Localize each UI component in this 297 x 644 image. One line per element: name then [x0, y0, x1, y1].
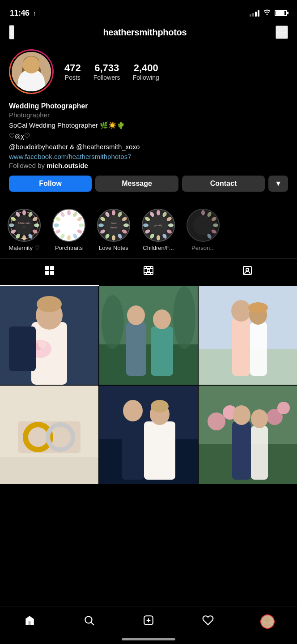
svg-point-21: [9, 223, 14, 227]
photo-grid: [0, 286, 297, 484]
svg-rect-101: [9, 326, 36, 371]
photo-cell-3[interactable]: [199, 286, 297, 385]
svg-point-28: [67, 210, 71, 215]
highlight-circle-children: family: [142, 209, 175, 242]
nav-profile[interactable]: [258, 612, 277, 631]
svg-rect-84: [144, 266, 153, 275]
back-button[interactable]: ‹: [9, 25, 14, 39]
svg-point-6: [34, 64, 41, 81]
contact-button[interactable]: Contact: [182, 176, 265, 192]
bio-line2: ♡◎χ♡: [9, 131, 288, 141]
photo-cell-2[interactable]: [99, 286, 198, 385]
svg-rect-137: [251, 426, 268, 480]
posts-label: Posts: [65, 74, 81, 81]
profile-username: heathersmithphotos: [103, 27, 187, 38]
follow-button[interactable]: Follow: [9, 176, 92, 192]
svg-point-85: [147, 269, 150, 272]
photo-cell-4[interactable]: [0, 386, 98, 484]
svg-point-107: [153, 309, 171, 329]
svg-rect-126: [144, 421, 175, 480]
svg-point-37: [54, 223, 59, 227]
bio-line1: SoCal Wedding Photographer 🌿☀️🌵: [9, 120, 288, 130]
highlight-lovenotes[interactable]: Love Notes Love Notes: [96, 209, 132, 251]
profile-avatar-nav: [260, 614, 275, 629]
svg-point-128: [151, 400, 169, 412]
highlight-circle-lovenotes: Love Notes: [97, 209, 130, 242]
followed-by-user[interactable]: mich.outside: [47, 162, 88, 169]
svg-rect-106: [151, 326, 173, 376]
highlight-maternity[interactable]: Maternity ♡ Maternity ♡: [6, 209, 42, 251]
svg-point-24: [14, 215, 34, 235]
tab-tagged[interactable]: [198, 259, 297, 286]
svg-point-1: [15, 79, 48, 91]
svg-point-138: [251, 409, 268, 428]
followers-label: Followers: [93, 74, 120, 81]
battery-icon: [275, 10, 287, 16]
nav-add[interactable]: [139, 612, 158, 631]
svg-point-100: [38, 340, 47, 348]
highlight-children[interactable]: family Children/F...: [140, 209, 176, 251]
svg-rect-80: [45, 266, 49, 270]
nav-activity[interactable]: [198, 612, 218, 631]
highlight-porchtraits[interactable]: Porchtraits: [51, 209, 87, 251]
stat-following[interactable]: 2,400 Following: [133, 62, 159, 81]
svg-rect-83: [50, 271, 54, 275]
grid-icon: [44, 265, 55, 279]
svg-rect-104: [126, 322, 146, 376]
highlight-label-children: Children/F...: [143, 245, 174, 251]
home-icon: [24, 614, 35, 629]
tab-reels[interactable]: [99, 259, 198, 286]
wifi-icon: [263, 9, 271, 17]
svg-line-141: [91, 622, 94, 625]
highlight-person[interactable]: Person...: [185, 209, 221, 251]
svg-point-58: [157, 210, 160, 215]
svg-point-48: [112, 235, 115, 240]
stat-posts[interactable]: 472 Posts: [64, 62, 81, 81]
svg-point-134: [277, 402, 290, 414]
profile-section: 472 Posts 6,733 Followers 2,400 Followin…: [0, 45, 297, 207]
svg-point-79: [193, 215, 213, 235]
svg-point-140: [85, 616, 92, 623]
highlight-label-porchtraits: Porchtraits: [55, 245, 83, 251]
svg-point-105: [127, 305, 145, 325]
highlight-circle-person: [187, 209, 220, 242]
bio-link[interactable]: www.facebook.com/heathersmithphotos7: [9, 153, 288, 160]
nav-home[interactable]: [20, 612, 39, 631]
nav-search[interactable]: [79, 612, 99, 631]
svg-rect-139: [28, 621, 31, 625]
avatar-image: [12, 52, 51, 91]
stat-followers[interactable]: 6,733 Followers: [93, 62, 120, 81]
following-label: Following: [133, 74, 159, 81]
tab-grid[interactable]: [0, 259, 99, 286]
nav-tabs: [0, 258, 297, 286]
highlight-label-lovenotes: Love Notes: [99, 245, 128, 251]
svg-point-108: [102, 295, 124, 349]
bio-section: Wedding Photographer Photographer SoCal …: [9, 102, 288, 169]
bio-category: Photographer: [9, 111, 288, 119]
svg-text:Love: Love: [110, 221, 117, 225]
svg-point-116: [248, 302, 268, 313]
photo-cell-1[interactable]: [0, 286, 98, 385]
svg-point-67: [143, 223, 148, 227]
svg-point-8: [25, 75, 30, 79]
svg-point-93: [246, 268, 249, 271]
add-icon: [143, 614, 154, 629]
svg-point-31: [79, 223, 84, 227]
svg-rect-121: [0, 457, 98, 484]
photo-cell-6[interactable]: [199, 386, 297, 484]
svg-point-61: [168, 223, 174, 227]
more-options-button[interactable]: ···: [276, 26, 288, 39]
search-icon: [83, 614, 95, 629]
svg-text:Notes: Notes: [110, 226, 117, 229]
svg-point-5: [21, 64, 28, 81]
svg-point-51: [98, 223, 104, 227]
avatar-wrapper[interactable]: [9, 49, 54, 94]
dropdown-button[interactable]: ▼: [268, 176, 288, 192]
message-button[interactable]: Message: [95, 176, 178, 192]
svg-rect-82: [45, 271, 49, 275]
photo-cell-5[interactable]: [99, 386, 198, 484]
highlight-label-person: Person...: [191, 245, 215, 251]
svg-text:♡: ♡: [23, 226, 25, 229]
svg-point-12: [22, 210, 26, 215]
svg-point-113: [231, 300, 251, 322]
